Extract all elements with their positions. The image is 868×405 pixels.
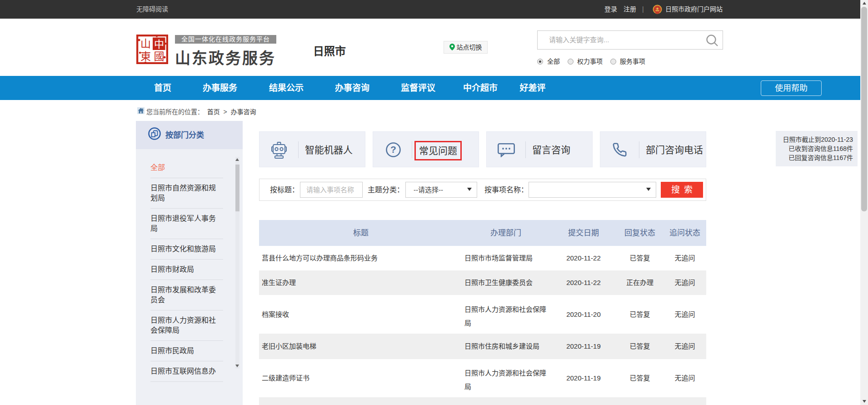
svg-text:東: 東	[140, 51, 151, 62]
svg-text:國: 國	[154, 51, 165, 62]
svg-text:中: 中	[154, 39, 164, 50]
svg-text:?: ?	[390, 144, 396, 155]
svg-text:山: 山	[140, 38, 151, 50]
